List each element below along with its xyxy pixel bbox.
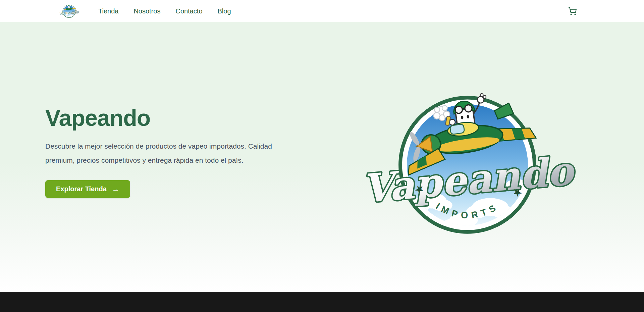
cart-icon xyxy=(568,7,577,15)
navbar-left: Vapeando Tienda Nosotros Contacto Blog xyxy=(61,0,231,22)
nav-link-contacto[interactable]: Contacto xyxy=(175,0,202,22)
brand-logo-icon: Vapeando xyxy=(61,3,77,19)
brand-logo[interactable]: Vapeando xyxy=(61,3,77,19)
arrow-right-icon: → xyxy=(112,186,119,193)
nav-link-nosotros[interactable]: Nosotros xyxy=(133,0,160,22)
mini-brand-text: Vapeando xyxy=(59,9,79,15)
cart-button[interactable] xyxy=(567,5,578,17)
explore-store-button[interactable]: Explorar Tienda → xyxy=(45,180,130,198)
brand-badge: Vapeando ★ ★ IMPORTS xyxy=(383,77,552,247)
hero-description: Descubre la mejor selección de productos… xyxy=(45,139,298,167)
badge-brand-text: Vapeando xyxy=(360,148,577,212)
main-nav: Tienda Nosotros Contacto Blog xyxy=(98,0,231,22)
hero-section: Vapeando Descubre la mejor selección de … xyxy=(0,22,644,292)
explore-store-label: Explorar Tienda xyxy=(56,185,107,193)
brand-badge-illustration: Vapeando ★ ★ IMPORTS xyxy=(383,77,552,247)
hero-title: Vapeando xyxy=(45,106,307,130)
hero-copy: Vapeando Descubre la mejor selección de … xyxy=(45,106,307,198)
nav-link-tienda[interactable]: Tienda xyxy=(98,0,118,22)
navbar: Vapeando Tienda Nosotros Contacto Blog xyxy=(0,0,644,22)
footer xyxy=(0,292,644,312)
navbar-inner: Vapeando Tienda Nosotros Contacto Blog xyxy=(0,0,644,22)
nav-link-blog[interactable]: Blog xyxy=(218,0,231,22)
